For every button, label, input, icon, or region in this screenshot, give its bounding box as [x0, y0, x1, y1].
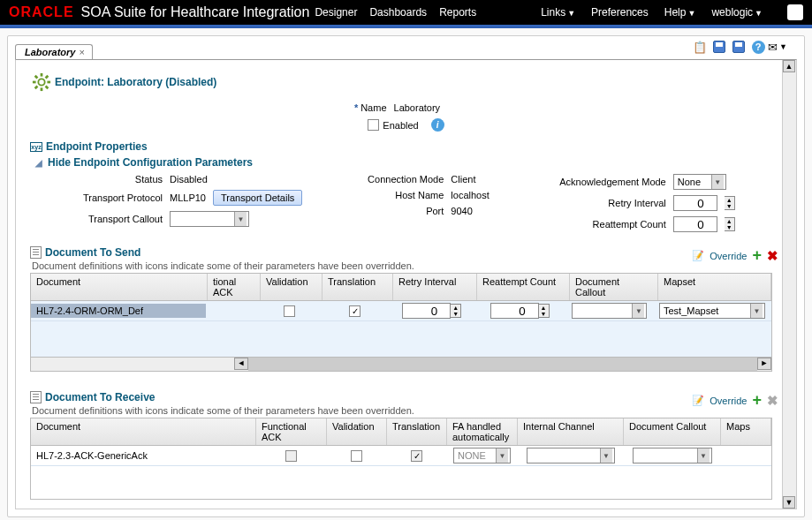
chevron-down-icon: ▼: [750, 304, 763, 318]
chevron-down-icon: ▼: [697, 448, 710, 463]
transport-details-button[interactable]: Transport Details: [213, 190, 302, 206]
save-all-icon[interactable]: [732, 40, 746, 54]
save-icon[interactable]: [712, 40, 726, 54]
scroll-down-icon[interactable]: ▼: [783, 496, 795, 509]
top-nav-right: Links▼ Preferences Help▼ weblogic▼: [541, 4, 803, 20]
tab-laboratory[interactable]: Laboratory ×: [15, 44, 93, 59]
help-icon[interactable]: ?: [751, 40, 765, 54]
status-label: Status: [65, 174, 163, 185]
gear-icon: [32, 72, 51, 92]
col-translation[interactable]: Translation: [323, 274, 393, 300]
callout-select[interactable]: ▼: [572, 303, 647, 319]
add-icon[interactable]: +: [752, 246, 762, 265]
scroll-right-icon[interactable]: ►: [757, 358, 771, 370]
col-mapset[interactable]: Mapset: [658, 274, 771, 300]
expand-icon[interactable]: [787, 4, 803, 20]
mapset-select[interactable]: Test_Mapset▼: [659, 303, 765, 319]
document-icon: [30, 391, 42, 403]
col-validation[interactable]: Validation: [261, 274, 323, 300]
col-document[interactable]: Document: [31, 418, 256, 445]
document-to-receive-section: Document To Receive 📝 Override + ✖ Docum…: [30, 391, 782, 500]
col-document-callout[interactable]: Document Callout: [624, 418, 721, 445]
spinner-icon[interactable]: ▲▼: [539, 304, 550, 318]
fack-checkbox: [285, 450, 297, 462]
chevron-down-icon: ▼: [632, 304, 644, 318]
cell-document: HL7-2.3-ACK-GenericAck: [31, 448, 256, 463]
table-row[interactable]: HL7-2.4-ORM-ORM_Def ▲▼ ▲▼ ▼ Test_Mapset▼: [31, 301, 771, 321]
info-icon[interactable]: i: [431, 118, 444, 132]
recv-table: Document Functional ACK Validation Trans…: [30, 418, 772, 500]
svg-line-5: [35, 76, 38, 79]
spinner-icon[interactable]: ▲▼: [451, 304, 461, 318]
col-fa-handled[interactable]: FA handled automatically: [447, 418, 518, 445]
name-value: Laboratory: [394, 102, 441, 113]
reattempt-count-input[interactable]: [673, 216, 717, 232]
nav-help[interactable]: Help▼: [664, 6, 696, 19]
host-name-label: Host Name: [346, 190, 444, 200]
properties-icon[interactable]: 📋: [693, 40, 707, 54]
menu-icon[interactable]: ✉▼: [770, 40, 785, 54]
nav-designer[interactable]: Designer: [315, 6, 357, 19]
chevron-down-icon: ▼: [755, 9, 763, 18]
cell-document: HL7-2.4-ORM-ORM_Def: [31, 304, 206, 318]
required-star: *: [354, 102, 358, 113]
transport-protocol-value: MLLP10: [170, 192, 206, 203]
horizontal-scrollbar[interactable]: ◄ ►: [31, 357, 771, 371]
workspace: Laboratory × 📋 ? ✉▼ Endpoint: Laboratory…: [0, 28, 812, 520]
override-link[interactable]: Override: [710, 396, 747, 406]
enabled-checkbox[interactable]: [368, 119, 379, 131]
col-functional-ack[interactable]: tional ACK: [208, 274, 261, 300]
document-to-receive-title: Document To Receive: [45, 391, 155, 403]
hide-params-link[interactable]: ◢ Hide Endpoint Configuration Parameters: [35, 156, 782, 169]
col-reattempt-count[interactable]: Reattempt Count: [477, 274, 570, 300]
reattempt-input[interactable]: [490, 303, 539, 319]
send-table: Document tional ACK Validation Translati…: [30, 273, 772, 372]
col-translation[interactable]: Translation: [387, 418, 447, 445]
enabled-row: Enabled i: [30, 118, 782, 132]
validation-checkbox[interactable]: [284, 305, 295, 317]
scroll-left-icon[interactable]: ◄: [234, 358, 248, 370]
override-icon[interactable]: 📝: [692, 395, 704, 406]
transport-callout-select[interactable]: ▼: [170, 211, 249, 227]
callout-select[interactable]: ▼: [633, 448, 712, 463]
col-document-callout[interactable]: Document Callout: [570, 274, 658, 300]
top-bar: ORACLE SOA Suite for Healthcare Integrat…: [0, 0, 812, 25]
nav-preferences[interactable]: Preferences: [591, 6, 649, 19]
validation-checkbox[interactable]: [351, 450, 362, 462]
nav-user[interactable]: weblogic▼: [711, 6, 763, 19]
vertical-scrollbar[interactable]: ▲ ▼: [782, 60, 796, 509]
table-row[interactable]: HL7-2.3-ACK-GenericAck NONE▼ ▼ ▼: [31, 446, 771, 466]
translation-checkbox[interactable]: [349, 305, 360, 317]
spinner-icon[interactable]: ▲▼: [725, 196, 735, 210]
col-functional-ack[interactable]: Functional ACK: [256, 418, 327, 445]
name-row: * Name Laboratory: [30, 102, 782, 113]
nav-dashboards[interactable]: Dashboards: [369, 6, 427, 19]
retry-interval-label: Retry Interval: [551, 198, 666, 208]
internal-channel-select[interactable]: ▼: [527, 448, 615, 463]
scroll-up-icon[interactable]: ▲: [783, 60, 795, 72]
retry-interval-input[interactable]: [673, 195, 717, 211]
nav-reports[interactable]: Reports: [439, 6, 476, 19]
col-document[interactable]: Document: [31, 274, 208, 300]
override-link[interactable]: Override: [710, 251, 747, 261]
spinner-icon[interactable]: ▲▼: [725, 217, 735, 231]
port-value: 9040: [451, 206, 472, 216]
col-retry-interval[interactable]: Retry Interval: [393, 274, 477, 300]
fa-handled-select[interactable]: NONE▼: [453, 448, 511, 463]
close-icon[interactable]: ×: [79, 47, 84, 57]
override-icon[interactable]: 📝: [692, 250, 704, 261]
delete-icon[interactable]: ✖: [767, 248, 778, 264]
nav-links[interactable]: Links▼: [541, 6, 575, 19]
chevron-down-icon: ▼: [567, 9, 575, 18]
chevron-down-icon: ▼: [711, 175, 724, 189]
col-validation[interactable]: Validation: [327, 418, 387, 445]
transport-protocol-label: Transport Protocol: [65, 192, 163, 203]
chevron-down-icon: ▼: [496, 448, 508, 463]
retry-input[interactable]: [402, 303, 451, 319]
ack-mode-select[interactable]: None▼: [673, 174, 726, 190]
col-internal-channel[interactable]: Internal Channel: [518, 418, 624, 445]
col-mapset[interactable]: Maps: [721, 418, 771, 445]
add-icon[interactable]: +: [752, 391, 762, 410]
name-label: Name: [360, 102, 386, 113]
chevron-down-icon: ▼: [687, 9, 695, 18]
